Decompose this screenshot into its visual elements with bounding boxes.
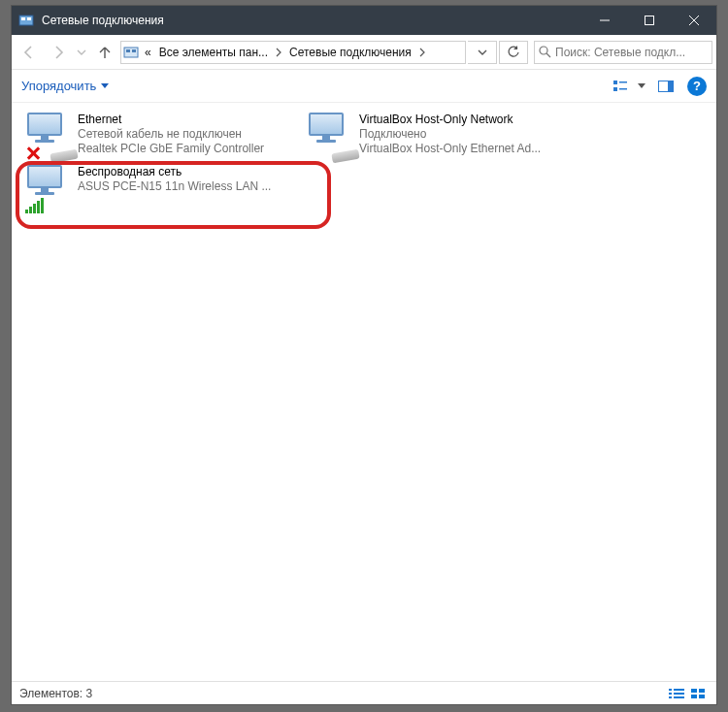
preview-pane-icon — [658, 81, 674, 92]
chevron-right-icon[interactable] — [272, 48, 285, 57]
maximize-button[interactable] — [627, 6, 672, 35]
nav-back-button[interactable] — [16, 39, 43, 66]
svg-rect-23 — [674, 696, 684, 698]
content-area[interactable]: EthernetСетевой кабель не подключенRealt… — [12, 103, 716, 681]
chevron-down-icon — [101, 83, 109, 89]
svg-point-10 — [540, 47, 547, 54]
connection-device: ASUS PCE-N15 11n Wireless LAN ... — [78, 179, 271, 194]
svg-rect-2 — [27, 17, 31, 20]
svg-rect-9 — [132, 49, 136, 52]
nav-up-button[interactable] — [91, 39, 118, 66]
minimize-button[interactable] — [582, 6, 627, 35]
svg-rect-19 — [674, 689, 684, 691]
svg-rect-22 — [669, 696, 672, 698]
svg-rect-15 — [619, 88, 627, 90]
refresh-button[interactable] — [499, 41, 528, 64]
chevron-right-icon[interactable] — [415, 48, 429, 57]
command-bar: Упорядочить ? — [12, 70, 716, 103]
connection-status: Сетевой кабель не подключен — [78, 127, 264, 142]
network-connection-item[interactable]: EthernetСетевой кабель не подключенRealt… — [19, 109, 301, 161]
svg-rect-12 — [613, 81, 617, 84]
svg-rect-26 — [691, 695, 697, 698]
status-bar: Элементов: 3 — [12, 681, 716, 704]
large-icons-view-button[interactable] — [687, 685, 709, 702]
network-connection-item[interactable]: Беспроводная сетьASUS PCE-N15 11n Wirele… — [19, 161, 301, 213]
details-view-button[interactable] — [666, 685, 687, 702]
window-title: Сетевые подключения — [40, 14, 582, 27]
control-panel-icon — [121, 45, 141, 60]
search-placeholder: Поиск: Сетевые подкл... — [555, 46, 685, 59]
svg-rect-18 — [669, 689, 672, 691]
network-connections-window: Сетевые подключения « Все элементы пан..… — [11, 5, 717, 705]
svg-rect-25 — [699, 689, 705, 693]
address-bar[interactable]: « Все элементы пан... Сетевые подключени… — [120, 41, 466, 64]
network-adapter-icon — [25, 113, 72, 159]
nav-forward-button[interactable] — [45, 39, 72, 66]
network-adapter-icon — [307, 113, 353, 159]
network-connection-item[interactable]: VirtualBox Host-Only NetworkПодключеноVi… — [301, 109, 582, 161]
nav-history-dropdown[interactable] — [74, 39, 89, 66]
view-mode-button[interactable] — [608, 74, 650, 99]
help-icon: ? — [693, 79, 701, 93]
preview-pane-button[interactable] — [650, 74, 681, 99]
connection-name: VirtualBox Host-Only Network — [359, 113, 541, 127]
connection-status: Подключено — [359, 127, 541, 142]
connection-name: Ethernet — [78, 113, 264, 127]
svg-rect-27 — [699, 695, 705, 698]
search-icon — [539, 46, 551, 58]
navigation-bar: « Все элементы пан... Сетевые подключени… — [12, 35, 716, 70]
svg-line-11 — [546, 53, 550, 57]
close-button[interactable] — [672, 6, 716, 35]
svg-rect-21 — [674, 693, 684, 695]
connection-device: VirtualBox Host-Only Ethernet Ad... — [359, 142, 541, 156]
titlebar[interactable]: Сетевые подключения — [12, 6, 716, 35]
organize-label: Упорядочить — [21, 79, 96, 93]
svg-rect-24 — [691, 689, 697, 693]
chevron-down-icon — [638, 83, 645, 89]
nav-dropdown-button[interactable] — [468, 41, 497, 64]
search-input[interactable]: Поиск: Сетевые подкл... — [534, 41, 712, 64]
connection-name: Беспроводная сеть — [78, 165, 271, 179]
network-adapter-icon — [25, 165, 72, 211]
svg-rect-8 — [126, 49, 130, 52]
svg-rect-4 — [645, 16, 654, 25]
svg-rect-14 — [613, 87, 617, 91]
svg-rect-1 — [21, 17, 25, 20]
help-button[interactable]: ? — [687, 77, 707, 96]
svg-rect-20 — [669, 693, 672, 695]
breadcrumb-prefix[interactable]: « — [141, 46, 155, 59]
view-icon — [613, 80, 627, 93]
status-item-count: Элементов: 3 — [19, 687, 92, 700]
svg-rect-13 — [619, 81, 627, 83]
organize-button[interactable]: Упорядочить — [21, 79, 109, 93]
breadcrumb-segment-1[interactable]: Все элементы пан... — [155, 46, 272, 59]
window-controls — [582, 6, 716, 35]
control-panel-icon — [18, 13, 34, 28]
breadcrumb-segment-2[interactable]: Сетевые подключения — [285, 46, 415, 59]
connection-device: Realtek PCIe GbE Family Controller — [78, 142, 264, 156]
svg-rect-17 — [668, 81, 674, 91]
